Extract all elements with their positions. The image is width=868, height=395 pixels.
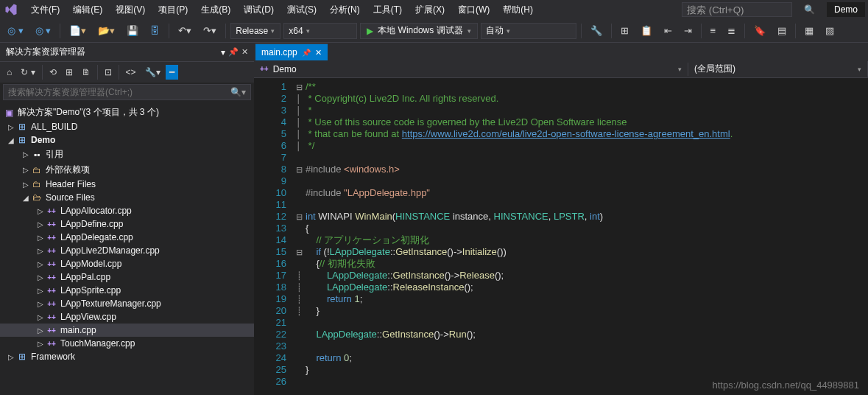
expander-icon[interactable]: ▷: [35, 313, 46, 321]
expander-icon[interactable]: ▷: [35, 287, 46, 295]
file-node[interactable]: ▷++LAppDefine.cpp: [0, 217, 254, 231]
file-node[interactable]: ▷++LAppModel.cpp: [0, 257, 254, 270]
close-icon[interactable]: ✕: [315, 48, 322, 57]
menu-project[interactable]: 项目(P): [152, 1, 194, 19]
filter-icon[interactable]: ⊞: [62, 65, 77, 80]
menu-debug[interactable]: 调试(D): [238, 1, 280, 19]
menu-file[interactable]: 文件(F): [25, 1, 66, 19]
uncomment-icon[interactable]: ≣: [723, 22, 740, 39]
file-node[interactable]: ▷++LAppTextureManager.cpp: [0, 297, 254, 310]
expander-icon[interactable]: ▷: [35, 326, 46, 335]
save-icon[interactable]: 💾: [122, 22, 143, 39]
file-node[interactable]: ▷++LAppPal.cpp: [0, 270, 254, 284]
tool-icon[interactable]: ⊞: [616, 22, 633, 39]
tab-main-cpp[interactable]: main.cpp 📌 ✕: [255, 43, 328, 60]
save-all-icon[interactable]: 🗄: [146, 22, 164, 39]
pin-icon[interactable]: 📌: [228, 47, 239, 57]
menu-help[interactable]: 帮助(H): [497, 1, 539, 19]
expander-icon[interactable]: ▷: [6, 353, 16, 361]
solution-node[interactable]: ▣ 解决方案"Demo"(3 个项目，共 3 个): [0, 105, 254, 120]
open-icon[interactable]: 📂▾: [93, 22, 119, 39]
expander-icon[interactable]: ▷: [21, 181, 31, 189]
show-all-icon[interactable]: 🗎: [78, 65, 94, 80]
expander-icon[interactable]: ◢: [21, 194, 31, 202]
menu-window[interactable]: 窗口(W): [452, 1, 495, 19]
expander-icon[interactable]: ▷: [35, 234, 46, 242]
expander-icon[interactable]: ▷: [35, 340, 46, 348]
sidebar-search[interactable]: 🔍▾: [3, 84, 251, 100]
redo-icon[interactable]: ↷▾: [199, 22, 221, 39]
start-debug-button[interactable]: ▶ 本地 Windows 调试器 ▾: [360, 23, 477, 39]
home-icon[interactable]: ⌂: [3, 65, 15, 80]
auto-combo[interactable]: 自动▾: [481, 23, 576, 39]
project-node-demo[interactable]: ◢ ⊞ Demo: [0, 133, 254, 147]
properties-icon[interactable]: ⊡: [101, 65, 116, 80]
tool-icon[interactable]: ▦: [800, 22, 818, 39]
tool-icon[interactable]: 📋: [636, 22, 657, 39]
expander-icon[interactable]: ▷: [35, 247, 46, 255]
expander-icon[interactable]: ▷: [21, 150, 31, 158]
search-icon[interactable]: 🔍▾: [230, 87, 246, 97]
refresh-icon[interactable]: ↻ ▾: [17, 65, 38, 80]
nav-fwd-icon[interactable]: ◎ ▾: [31, 22, 56, 39]
menu-analyze[interactable]: 分析(N): [324, 1, 366, 19]
nav-back-icon[interactable]: ◎ ▾: [3, 22, 28, 39]
indent-in-icon[interactable]: ⇥: [680, 22, 696, 39]
file-node-main[interactable]: ▷++main.cpp: [0, 324, 254, 337]
sync-icon[interactable]: ⟲: [46, 65, 60, 80]
close-icon[interactable]: ✕: [241, 47, 248, 57]
project-node-framework[interactable]: ▷ ⊞ Framework: [0, 350, 254, 363]
tool-icon[interactable]: ▤: [773, 22, 791, 39]
file-node[interactable]: ▷++LAppAllocator.cpp: [0, 204, 254, 217]
menu-view[interactable]: 视图(V): [110, 1, 151, 19]
expander-icon[interactable]: ▷: [21, 166, 31, 174]
expander-icon[interactable]: ▷: [35, 260, 46, 268]
menu-tools[interactable]: 工具(T): [367, 1, 408, 19]
headers-node[interactable]: ▷ 🗀 Header Files: [0, 178, 254, 191]
expander-icon[interactable]: ▷: [35, 273, 46, 282]
menu-build[interactable]: 生成(B): [195, 1, 236, 19]
code-icon[interactable]: <>: [122, 65, 140, 80]
search-icon[interactable]: 🔍: [798, 3, 821, 16]
extdeps-node[interactable]: ▷ 🗀 外部依赖项: [0, 162, 254, 178]
code-editor[interactable]: 1234567891011121314151617181920212223242…: [254, 78, 868, 395]
expander-icon[interactable]: ▷: [35, 300, 46, 308]
member-combo[interactable]: (全局范围) ▾: [688, 61, 868, 77]
menu-test[interactable]: 测试(S): [281, 1, 322, 19]
file-node[interactable]: ▷++LAppDelegate.cpp: [0, 231, 254, 244]
quick-launch-input[interactable]: [682, 2, 792, 17]
node-label: LAppPal.cpp: [60, 272, 110, 282]
refs-node[interactable]: ▷ ▪▪ 引用: [0, 147, 254, 162]
expander-icon[interactable]: ◢: [6, 136, 16, 144]
expander-icon[interactable]: ▷: [6, 123, 16, 131]
menu-extensions[interactable]: 扩展(X): [409, 1, 451, 19]
undo-icon[interactable]: ↶▾: [174, 22, 196, 39]
file-node[interactable]: ▷++TouchManager.cpp: [0, 337, 254, 350]
scope-combo[interactable]: ++ Demo ▾: [254, 63, 688, 76]
file-node[interactable]: ▷++LAppLive2DManager.cpp: [0, 244, 254, 257]
config-combo[interactable]: Release▾: [230, 23, 280, 39]
wrench-icon[interactable]: 🔧▾: [141, 65, 164, 80]
code-content[interactable]: /** * Copyright(c) Live2D Inc. All right…: [306, 78, 868, 395]
sources-node[interactable]: ◢ 🗁 Source Files: [0, 191, 254, 204]
file-node[interactable]: ▷++LAppView.cpp: [0, 310, 254, 324]
sidebar-search-input[interactable]: [8, 87, 230, 97]
project-node-allbuild[interactable]: ▷ ⊞ ALL_BUILD: [0, 120, 254, 133]
window-position-icon[interactable]: ▾: [221, 47, 225, 57]
pin-icon[interactable]: 📌: [302, 49, 311, 57]
tool-icon[interactable]: ▨: [821, 22, 839, 39]
file-node[interactable]: ▷++LAppSprite.cpp: [0, 284, 254, 297]
indent-out-icon[interactable]: ⇤: [660, 22, 677, 39]
tool-icon[interactable]: 🔧: [586, 22, 607, 39]
expander-icon[interactable]: ▷: [35, 220, 46, 228]
new-file-icon[interactable]: 📄▾: [65, 22, 91, 39]
platform-combo[interactable]: x64▾: [283, 23, 357, 39]
view-mode-icon[interactable]: ━: [166, 65, 178, 80]
expander-icon[interactable]: ▷: [35, 207, 46, 215]
comment-icon[interactable]: ≡: [706, 22, 721, 39]
fold-column[interactable]: ⊟│││││⊟⊟⊟┊┊┊┊: [292, 78, 306, 395]
bookmark-icon[interactable]: 🔖: [749, 22, 770, 39]
menu-edit[interactable]: 编辑(E): [67, 1, 108, 19]
node-label: Source Files: [46, 192, 95, 203]
cpp-icon: ++: [46, 340, 57, 348]
